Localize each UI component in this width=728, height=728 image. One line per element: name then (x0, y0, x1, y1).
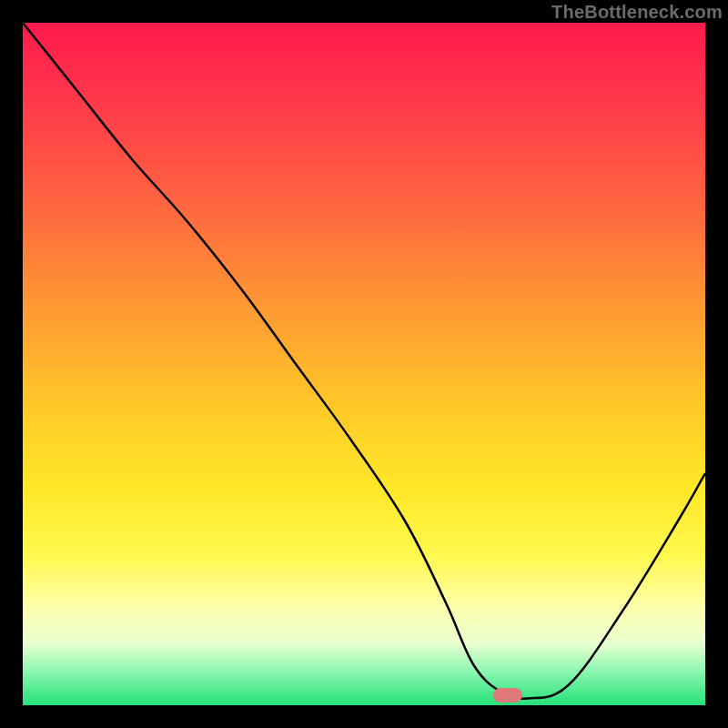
plot-area (23, 23, 705, 705)
bottleneck-curve (23, 23, 705, 699)
curve-svg (23, 23, 705, 705)
watermark-label: TheBottleneck.com (551, 2, 723, 23)
chart-frame: TheBottleneck.com (0, 0, 728, 728)
optimal-marker (493, 688, 522, 703)
